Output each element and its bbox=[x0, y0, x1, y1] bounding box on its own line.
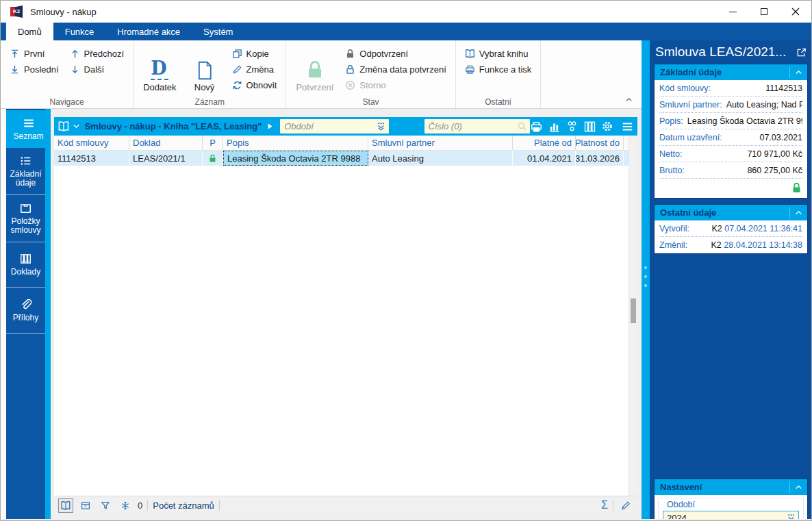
collapse-section-button[interactable] bbox=[789, 66, 807, 78]
sum-button[interactable]: Σ bbox=[601, 499, 608, 511]
book-icon bbox=[60, 500, 71, 511]
collapse-section-button[interactable] bbox=[789, 481, 807, 493]
sidebar-item-prilohy[interactable]: Přílohy bbox=[6, 288, 45, 334]
chevron-down-icon[interactable] bbox=[72, 122, 81, 131]
funkce-a-tisk-button[interactable]: Funkce a tisk bbox=[463, 62, 534, 76]
collapse-section-button[interactable] bbox=[789, 207, 807, 218]
sidebar-item-doklady[interactable]: Doklady bbox=[6, 242, 45, 288]
play-icon[interactable] bbox=[266, 122, 275, 131]
vertical-scrollbar[interactable] bbox=[629, 136, 637, 496]
sidebar-item-seznam[interactable]: Seznam bbox=[6, 110, 51, 148]
book-icon[interactable] bbox=[58, 120, 70, 132]
close-button[interactable] bbox=[780, 1, 811, 23]
panel-splitter[interactable] bbox=[642, 40, 650, 519]
copy-icon bbox=[232, 49, 242, 59]
workflow-icon[interactable] bbox=[566, 120, 579, 133]
cell-platnost-do[interactable]: 31.03.2026 bbox=[576, 151, 624, 166]
obdobi-input[interactable] bbox=[280, 119, 388, 134]
tab-domu[interactable]: Domů bbox=[6, 23, 53, 40]
column-header-popis[interactable]: Popis bbox=[223, 136, 368, 150]
column-header-smluvni-partner[interactable]: Smluvní partner bbox=[368, 136, 513, 150]
minimize-icon bbox=[729, 12, 737, 12]
obdobi-group: Období bbox=[658, 498, 804, 521]
table-header-row: Kód smlouvy Doklad P Popis Smluvní partn… bbox=[54, 136, 637, 151]
ribbon-collapse-chevron-icon[interactable] bbox=[624, 95, 633, 104]
book-view-toggle[interactable] bbox=[58, 498, 73, 513]
chevron-up-icon bbox=[794, 483, 803, 492]
vybrat-knihu-button[interactable]: Vybrat knihu bbox=[463, 47, 534, 60]
column-header-platnost-do[interactable]: Platnost do bbox=[576, 136, 624, 150]
grid-title: Smlouvy - nákup - Kniha "LEAS, Leasing" bbox=[85, 121, 262, 131]
zakladni-udaje-card: Základní údaje Kód smlouvy:11142513 Smlu… bbox=[654, 64, 808, 199]
period-dropdown-icon[interactable] bbox=[376, 121, 386, 131]
k2-app-icon: K2 bbox=[10, 5, 24, 18]
tab-hromadne-akce[interactable]: Hromadné akce bbox=[105, 23, 192, 40]
storno-button[interactable]: Storno bbox=[343, 78, 448, 92]
book-icon bbox=[465, 49, 475, 59]
kopie-button[interactable]: Kopie bbox=[230, 47, 279, 60]
first-button[interactable]: První bbox=[8, 47, 61, 60]
table-row[interactable]: 11142513 LEAS/2021/1 Leasing Škoda Octav… bbox=[54, 151, 637, 166]
field-row: Netto:710 971,00 Kč bbox=[659, 146, 802, 162]
dodatek-button[interactable]: D Dodatek bbox=[140, 45, 179, 94]
scrollbar-thumb[interactable] bbox=[631, 298, 636, 323]
maximize-icon bbox=[761, 8, 767, 15]
minimize-button[interactable] bbox=[717, 1, 748, 23]
confirmed-lock-icon bbox=[791, 182, 802, 194]
novy-button[interactable]: Nový bbox=[186, 45, 223, 94]
zmena-data-potvrzeni-button[interactable]: Změna data potvrzení bbox=[343, 62, 448, 76]
group-label-ostatni: Ostatní bbox=[456, 97, 541, 107]
edit-button[interactable] bbox=[618, 498, 633, 513]
search-icon[interactable] bbox=[517, 121, 527, 131]
cislo-input[interactable] bbox=[424, 119, 530, 134]
grid-toolbar: Smlouvy - nákup - Kniha "LEAS, Leasing" bbox=[54, 117, 637, 136]
field-row: Kód smlouvy:11142513 bbox=[659, 80, 802, 97]
next-button[interactable]: Další bbox=[68, 62, 127, 76]
hamburger-menu-icon[interactable] bbox=[621, 120, 634, 133]
obdobi-label: Období bbox=[663, 500, 799, 509]
chart-icon[interactable] bbox=[548, 120, 561, 133]
chevron-up-icon bbox=[794, 68, 803, 77]
print-icon[interactable] bbox=[530, 120, 543, 133]
columns-icon[interactable] bbox=[583, 120, 596, 133]
tab-funkce[interactable]: Funkce bbox=[53, 23, 106, 40]
potvrzeni-button[interactable]: Potvrzení bbox=[293, 45, 336, 94]
tab-system[interactable]: Systém bbox=[192, 23, 244, 40]
column-header-kod-smlouvy[interactable]: Kód smlouvy bbox=[54, 136, 129, 150]
cell-popis-selected[interactable]: Leasing Škoda Octavia 2TR 9988 bbox=[223, 151, 368, 166]
unconfirm-lock-icon bbox=[345, 49, 355, 59]
splitter-grip bbox=[644, 266, 647, 287]
column-header-p[interactable]: P bbox=[203, 136, 223, 150]
field-row: Brutto:860 275,00 Kč bbox=[659, 162, 802, 179]
lock-outline-icon bbox=[345, 64, 355, 75]
field-row: Vytvořil:K2 07.04.2021 11:36:41 bbox=[659, 220, 802, 237]
maximize-button[interactable] bbox=[748, 1, 780, 23]
chevron-up-icon bbox=[794, 208, 803, 217]
printer-icon bbox=[465, 64, 475, 75]
cell-confirmed[interactable] bbox=[203, 151, 223, 166]
cell-smluvni-partner[interactable]: Auto Leasing bbox=[368, 151, 513, 166]
field-row: Datum uzavření:07.03.2021 bbox=[659, 129, 802, 146]
sidebar-item-zakladni-udaje[interactable]: Základní údaje bbox=[6, 148, 45, 195]
zmena-button[interactable]: Změna bbox=[230, 62, 279, 76]
cell-kod-smlouvy[interactable]: 11142513 bbox=[54, 151, 129, 166]
cell-doklad[interactable]: LEAS/2021/1 bbox=[129, 151, 203, 166]
column-header-doklad[interactable]: Doklad bbox=[129, 136, 203, 150]
gear-icon[interactable] bbox=[601, 120, 613, 132]
pencil-icon bbox=[620, 500, 631, 511]
grid-statusbar: 0 Počet záznamů Σ bbox=[54, 496, 637, 514]
container-toggle[interactable] bbox=[78, 498, 93, 513]
odpotvrzeni-button[interactable]: Odpotvrzení bbox=[343, 47, 448, 60]
obnovit-button[interactable]: Obnovit bbox=[230, 78, 279, 92]
filter-button[interactable] bbox=[98, 498, 113, 513]
freeze-button[interactable] bbox=[118, 498, 133, 513]
sidebar-item-polozky-smlouvy[interactable]: Položky smlouvy bbox=[6, 195, 45, 242]
last-button[interactable]: Poslední bbox=[8, 62, 61, 76]
list-icon bbox=[19, 155, 32, 167]
open-in-window-icon[interactable] bbox=[796, 47, 807, 58]
cislo-filter bbox=[424, 119, 530, 134]
grid-area: Smlouvy - nákup - Kniha "LEAS, Leasing" … bbox=[51, 109, 642, 519]
previous-button[interactable]: Předchozí bbox=[68, 47, 127, 60]
column-header-platne-od[interactable]: Platné od bbox=[513, 136, 576, 150]
cell-platne-od[interactable]: 01.04.2021 bbox=[513, 151, 576, 166]
